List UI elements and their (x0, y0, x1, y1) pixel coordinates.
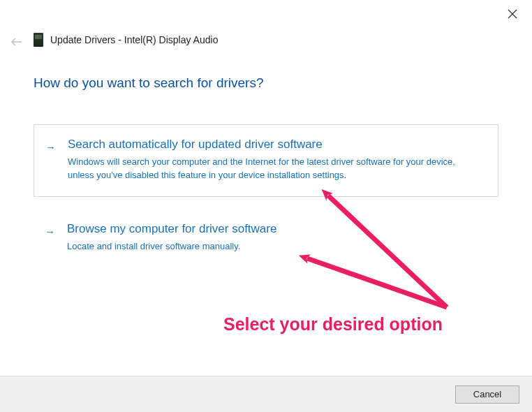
dialog-title: Update Drivers - Intel(R) Display Audio (50, 34, 218, 45)
option-browse-computer[interactable]: → Browse my computer for driver software… (34, 209, 498, 267)
back-arrow-icon (10, 37, 23, 50)
option-description: Locate and install driver software manua… (67, 240, 485, 253)
cancel-button[interactable]: Cancel (455, 385, 519, 404)
arrow-right-icon: → (45, 141, 56, 153)
option-title: Browse my computer for driver software (67, 222, 485, 236)
dialog-footer: Cancel (0, 376, 532, 412)
arrow-right-icon: → (45, 226, 55, 237)
close-button[interactable] (505, 8, 519, 22)
option-title: Search automatically for updated driver … (68, 138, 484, 152)
question-heading: How do you want to search for drivers? (34, 75, 498, 91)
option-description: Windows will search your computer and th… (68, 156, 484, 182)
device-icon (34, 33, 43, 47)
option-search-automatically[interactable]: → Search automatically for updated drive… (34, 124, 498, 197)
dialog-header: Update Drivers - Intel(R) Display Audio (34, 33, 218, 47)
dialog-content: How do you want to search for drivers? →… (34, 75, 498, 280)
close-icon (508, 9, 517, 22)
back-button[interactable] (10, 36, 24, 50)
annotation-label: Select your desired option (223, 314, 443, 334)
